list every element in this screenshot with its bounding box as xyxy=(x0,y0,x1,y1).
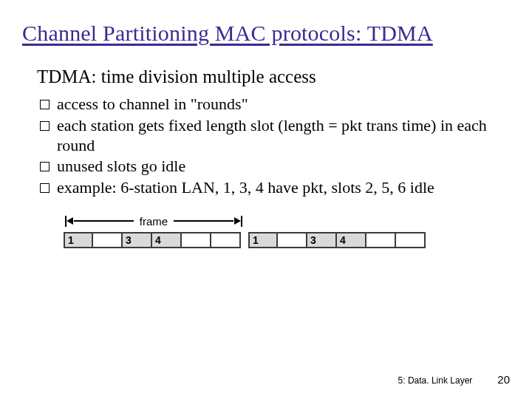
bullet-text: example: 6-station LAN, 1, 3, 4 have pkt… xyxy=(57,178,492,198)
frame-group: 1 3 4 xyxy=(248,232,426,248)
page-number: 20 xyxy=(497,373,510,386)
square-bullet-icon xyxy=(40,100,50,109)
bullet-text: unused slots go idle xyxy=(57,157,492,177)
tdma-figure: frame 1 3 4 1 3 4 xyxy=(64,211,448,248)
slot-cell: 1 xyxy=(248,232,278,248)
bullet-item: unused slots go idle xyxy=(40,157,492,177)
section-subtitle: TDMA: time division multiple access xyxy=(37,66,495,87)
slots-row: 1 3 4 1 3 4 xyxy=(64,232,448,248)
slot-cell xyxy=(278,232,307,248)
bullet-item: access to channel in "rounds" xyxy=(40,95,492,115)
slot-cell xyxy=(93,232,123,248)
bullet-item: each station gets fixed length slot (len… xyxy=(40,116,492,156)
slot-cell: 4 xyxy=(337,232,366,248)
square-bullet-icon xyxy=(40,162,50,171)
slot-cell: 3 xyxy=(307,232,337,248)
square-bullet-icon xyxy=(40,121,50,131)
span-line xyxy=(74,220,134,222)
frame-span-indicator: frame xyxy=(65,211,242,231)
arrow-left-icon xyxy=(66,220,74,222)
chapter-label: 5: Data. Link Layer xyxy=(398,375,473,386)
bullet-text: each station gets fixed length slot (len… xyxy=(57,116,492,156)
slide-title: Channel Partitioning MAC protocols: TDMA xyxy=(22,21,510,46)
bullet-list: access to channel in "rounds" each stati… xyxy=(40,95,492,198)
slot-cell xyxy=(211,232,241,248)
bullet-text: access to channel in "rounds" xyxy=(57,95,492,115)
frame-group: 1 3 4 xyxy=(64,232,241,248)
frame-gap xyxy=(241,232,248,248)
slot-cell xyxy=(182,232,211,248)
tick-icon xyxy=(241,216,242,227)
slot-cell: 1 xyxy=(64,232,93,248)
square-bullet-icon xyxy=(40,183,50,193)
span-line xyxy=(174,220,233,222)
frame-label: frame xyxy=(134,215,174,228)
slide: Channel Partitioning MAC protocols: TDMA… xyxy=(0,0,532,399)
slide-footer: 5: Data. Link Layer 20 xyxy=(398,373,510,386)
slot-cell: 3 xyxy=(123,232,152,248)
arrow-right-icon xyxy=(233,220,241,222)
slot-cell: 4 xyxy=(152,232,182,248)
slot-cell xyxy=(366,232,396,248)
bullet-item: example: 6-station LAN, 1, 3, 4 have pkt… xyxy=(40,178,492,198)
slot-cell xyxy=(396,232,426,248)
